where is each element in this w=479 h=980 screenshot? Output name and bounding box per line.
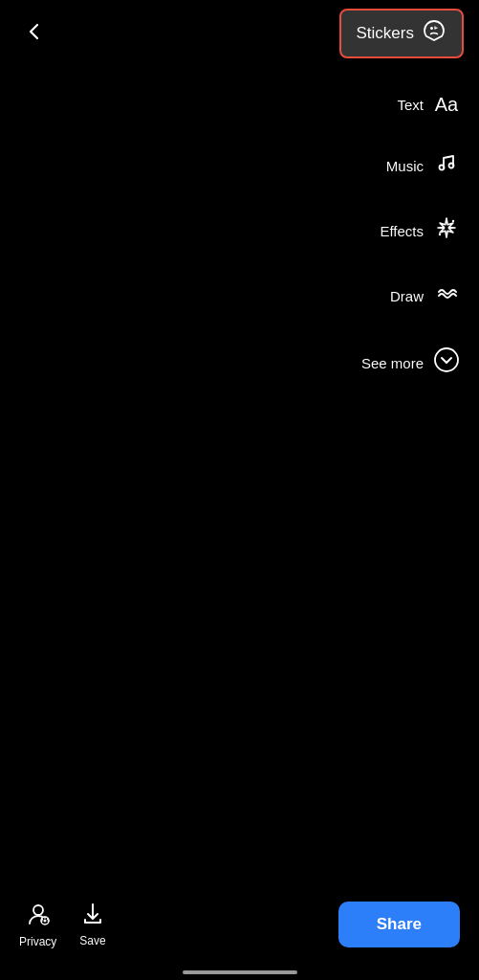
home-indicator	[183, 970, 297, 974]
right-menu: Text Aa Music Effects Draw	[354, 77, 469, 397]
text-label: Text	[397, 97, 424, 113]
svg-point-1	[449, 164, 454, 168]
bottom-left-actions: Privacy Save	[19, 901, 106, 948]
see-more-label: See more	[361, 355, 424, 371]
menu-item-draw[interactable]: Draw	[354, 263, 469, 328]
share-label: Share	[377, 915, 422, 933]
svg-point-7	[43, 920, 46, 923]
bottom-bar: Privacy Save Share	[0, 884, 479, 980]
save-button[interactable]: Save	[79, 902, 105, 947]
privacy-button[interactable]: Privacy	[19, 901, 56, 948]
top-bar: Stickers	[0, 0, 479, 67]
stickers-label: Stickers	[357, 24, 414, 43]
stickers-button[interactable]: Stickers	[339, 9, 464, 58]
privacy-label: Privacy	[19, 935, 56, 948]
svg-point-2	[452, 220, 454, 222]
save-icon	[80, 902, 105, 930]
see-more-icon	[431, 345, 462, 380]
menu-item-see-more[interactable]: See more	[354, 328, 469, 397]
back-icon	[24, 21, 45, 46]
svg-point-0	[440, 166, 445, 170]
text-icon: Aa	[431, 94, 462, 116]
svg-point-3	[439, 234, 441, 235]
effects-label: Effects	[380, 223, 424, 239]
save-label: Save	[79, 934, 105, 947]
svg-point-4	[435, 348, 458, 371]
back-button[interactable]	[15, 14, 54, 53]
share-button[interactable]: Share	[338, 902, 460, 947]
svg-point-5	[33, 905, 43, 915]
music-label: Music	[386, 158, 424, 174]
music-icon	[431, 150, 462, 181]
privacy-icon	[25, 901, 52, 931]
effects-icon	[431, 215, 462, 246]
menu-item-effects[interactable]: Effects	[354, 198, 469, 263]
menu-item-text[interactable]: Text Aa	[354, 77, 469, 133]
stickers-icon	[422, 18, 446, 49]
menu-item-music[interactable]: Music	[354, 133, 469, 198]
draw-icon	[431, 280, 462, 311]
draw-label: Draw	[390, 288, 424, 304]
